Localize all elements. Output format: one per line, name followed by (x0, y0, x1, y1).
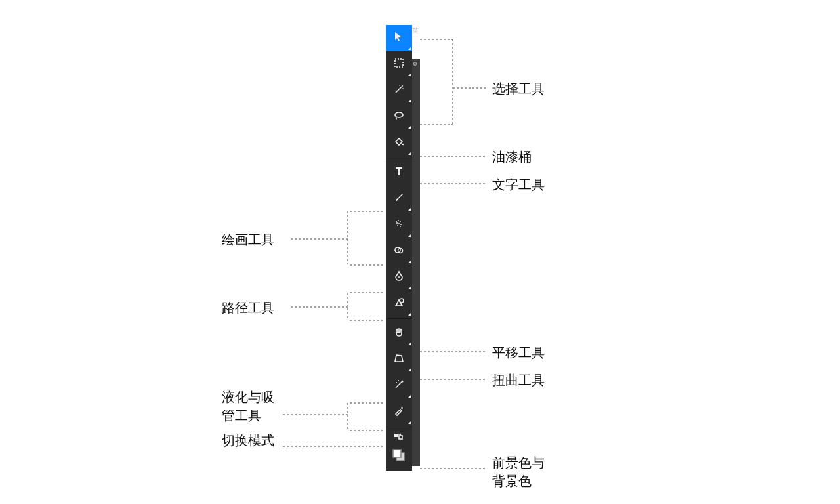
perspective-tool[interactable] (386, 346, 412, 373)
flyout-indicator-icon (408, 74, 411, 76)
svg-point-10 (396, 220, 397, 222)
eyedropper-tool[interactable] (386, 399, 412, 425)
label-toggle: 切换模式 (222, 432, 274, 450)
svg-point-5 (402, 88, 404, 89)
label-path: 路径工具 (222, 299, 274, 317)
flyout-indicator-icon (408, 234, 411, 237)
svg-rect-1 (395, 59, 403, 67)
flyout-indicator-icon (408, 152, 411, 155)
svg-rect-29 (399, 436, 402, 439)
pen-icon (393, 270, 405, 285)
svg-point-16 (397, 225, 398, 226)
label-liquify-l1: 液化与吸 (222, 388, 274, 406)
wand-icon (393, 83, 405, 98)
separator (386, 427, 412, 427)
move-icon (393, 31, 405, 45)
bucket-tool[interactable] (386, 130, 412, 156)
brush-icon (393, 192, 405, 206)
svg-point-13 (396, 222, 398, 224)
perspective-icon (393, 352, 405, 367)
eyedropper-icon (393, 405, 405, 419)
liquify-tool[interactable] (386, 373, 412, 399)
svg-point-22 (400, 299, 404, 303)
flyout-indicator-icon (408, 395, 411, 398)
shape-tool[interactable] (386, 291, 412, 317)
svg-marker-0 (395, 32, 402, 41)
svg-point-3 (402, 85, 403, 87)
marquee-tool[interactable] (386, 51, 412, 77)
label-fgbg-l2: 背景色 (492, 472, 532, 490)
diagram-stage: 英 0 (0, 0, 840, 504)
svg-point-17 (400, 226, 401, 227)
color-swatches[interactable] (386, 446, 412, 468)
shape-icon (393, 297, 405, 311)
svg-rect-31 (393, 450, 401, 457)
svg-line-2 (396, 87, 402, 93)
label-distort: 扭曲工具 (492, 371, 545, 389)
separator (386, 318, 412, 319)
svg-point-4 (399, 85, 400, 86)
svg-point-7 (402, 144, 404, 146)
liquify-icon (393, 379, 405, 393)
label-bucket: 油漆桶 (492, 148, 532, 166)
smudge-tool[interactable] (386, 238, 412, 264)
marquee-icon (393, 57, 405, 72)
svg-point-11 (398, 220, 399, 221)
svg-point-24 (396, 382, 397, 383)
svg-point-12 (400, 221, 401, 222)
text-icon (393, 165, 405, 180)
swap-mode-icon (393, 431, 405, 443)
flyout-indicator-icon (408, 208, 411, 211)
pen-tool[interactable] (386, 264, 412, 291)
svg-rect-28 (394, 434, 398, 437)
callout-lines (0, 0, 840, 504)
flyout-indicator-icon (408, 421, 411, 424)
svg-point-20 (398, 276, 400, 278)
separator (386, 158, 412, 158)
flyout-indicator-icon (408, 343, 411, 345)
hand-tool[interactable] (386, 320, 412, 346)
label-liquify-l2: 管工具 (222, 407, 261, 425)
move-tool[interactable] (386, 25, 412, 51)
lasso-icon (393, 110, 405, 124)
toolbar-wrap (386, 25, 420, 471)
label-fgbg-l1: 前景色与 (492, 454, 545, 472)
label-drawing: 绘画工具 (222, 231, 274, 249)
hand-icon (393, 326, 405, 341)
toolbar (386, 25, 412, 471)
svg-rect-27 (400, 406, 403, 409)
color-swatches-icon (392, 448, 406, 465)
svg-marker-23 (395, 355, 403, 362)
wand-tool[interactable] (386, 77, 412, 104)
svg-point-26 (402, 381, 404, 383)
lasso-tool[interactable] (386, 104, 412, 130)
smudge-icon (393, 244, 405, 259)
flyout-indicator-icon (408, 313, 411, 316)
flyout-indicator-icon (408, 287, 411, 289)
flyout-indicator-icon (408, 126, 411, 129)
svg-point-25 (398, 380, 399, 381)
svg-point-6 (395, 112, 403, 117)
flyout-indicator-icon (408, 369, 411, 371)
swap-mode[interactable] (386, 429, 412, 446)
brush-tool[interactable] (386, 186, 412, 212)
flyout-indicator-icon (408, 47, 411, 50)
flyout-indicator-icon (408, 261, 411, 263)
flyout-indicator-icon (408, 100, 411, 102)
svg-point-15 (400, 224, 402, 225)
spray-tool[interactable] (386, 212, 412, 238)
svg-point-14 (398, 223, 400, 224)
text-tool[interactable] (386, 159, 412, 186)
spray-icon (393, 218, 405, 232)
label-select: 选择工具 (492, 80, 545, 98)
label-text: 文字工具 (492, 176, 545, 194)
label-pan: 平移工具 (492, 344, 545, 362)
bucket-icon (393, 136, 405, 150)
